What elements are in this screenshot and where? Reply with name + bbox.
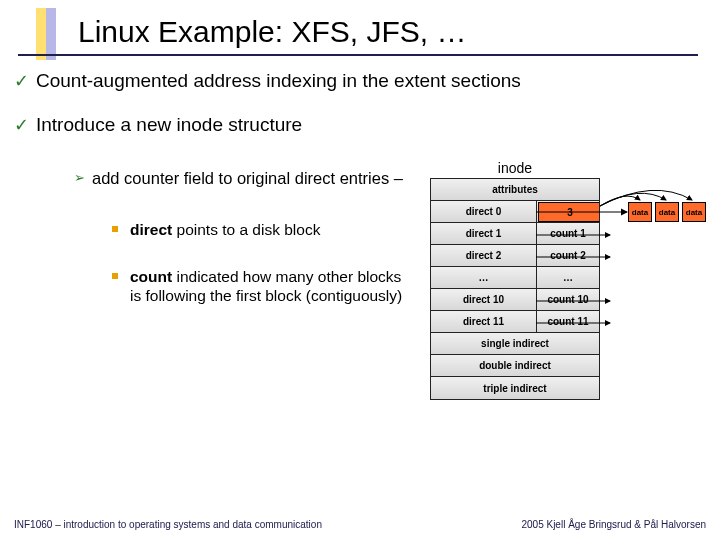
- data-block-2: data: [655, 202, 679, 222]
- subsub-bullet-2: count indicated how many other blocks is…: [112, 267, 412, 305]
- arrow-icon: ➢: [74, 168, 92, 188]
- check-icon: ✓: [14, 114, 36, 136]
- bullet-2-text: Introduce a new inode structure: [36, 114, 302, 136]
- sub-bullet-1: ➢ add counter field to original direct e…: [74, 168, 404, 188]
- row-attributes: attributes: [431, 179, 599, 201]
- row-direct2: direct 2 count 2: [431, 245, 599, 267]
- title-underline: [18, 54, 698, 56]
- footer-left: INF1060 – introduction to operating syst…: [14, 519, 322, 530]
- title-bar: Linux Example: XFS, JFS, …: [18, 8, 698, 60]
- row-single-indirect: single indirect: [431, 333, 599, 355]
- slide-title: Linux Example: XFS, JFS, …: [78, 15, 466, 49]
- row-direct11: direct 11 count 11: [431, 311, 599, 333]
- row-double-indirect: double indirect: [431, 355, 599, 377]
- inode-box: attributes direct 0 3 direct 1 count 1 d…: [430, 178, 600, 400]
- bullet-1: ✓ Count-augmented address indexing in th…: [14, 70, 714, 92]
- kw-direct: direct: [130, 221, 172, 238]
- count-value-3: 3: [538, 202, 599, 222]
- data-block-1: data: [628, 202, 652, 222]
- sub-bullet-1-text: add counter field to original direct ent…: [92, 168, 403, 188]
- data-blocks: data data data: [628, 202, 706, 222]
- footer-right: 2005 Kjell Åge Bringsrud & Pål Halvorsen: [521, 519, 706, 530]
- kw-count: count: [130, 268, 172, 285]
- row-direct10: direct 10 count 10: [431, 289, 599, 311]
- square-icon: [112, 226, 118, 232]
- row-direct0: direct 0 3: [431, 201, 599, 223]
- check-icon: ✓: [14, 70, 36, 92]
- row-triple-indirect: triple indirect: [431, 377, 599, 399]
- row-direct1: direct 1 count 1: [431, 223, 599, 245]
- subsub-bullet-1: direct points to a disk block: [112, 220, 412, 239]
- inode-title: inode: [430, 160, 600, 176]
- data-block-3: data: [682, 202, 706, 222]
- title-accent: [36, 8, 60, 60]
- inode-diagram: inode attributes direct 0 3 direct 1 cou…: [430, 160, 710, 400]
- row-dots: … …: [431, 267, 599, 289]
- bullet-1-text: Count-augmented address indexing in the …: [36, 70, 521, 92]
- subsub-bullet-2-text: count indicated how many other blocks is…: [130, 267, 412, 305]
- bullet-2: ✓ Introduce a new inode structure: [14, 114, 714, 136]
- square-icon: [112, 273, 118, 279]
- subsub-bullet-1-text: direct points to a disk block: [130, 220, 320, 239]
